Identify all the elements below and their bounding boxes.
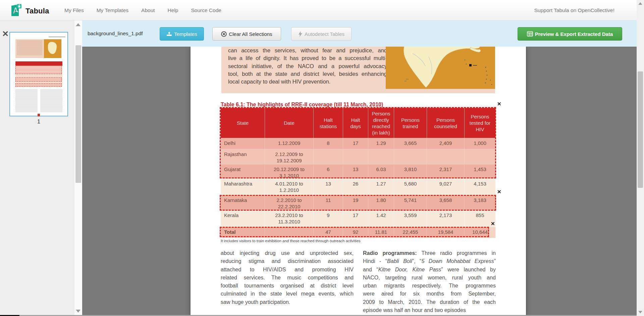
paragraph-line: about injecting drug use and unprotected… xyxy=(221,250,354,258)
table-cell: 26 xyxy=(343,179,368,195)
table-cell: 17 xyxy=(343,210,368,227)
paragraph-line: football tournaments organised at distri… xyxy=(221,283,354,291)
table-footnote: It includes visitors to train exhibition… xyxy=(221,239,361,243)
intro-line: sectoral initiative, of the NACO and a p… xyxy=(228,63,387,71)
remove-selection-3-icon[interactable]: ✕ xyxy=(491,221,495,226)
paragraph-line: saw huge youth participation. xyxy=(221,299,354,307)
selection-region-3[interactable] xyxy=(220,227,489,237)
table-cell: 9,027 xyxy=(427,179,465,195)
sidebar-scrollbar[interactable] xyxy=(74,20,82,316)
table-cell: 1.27 xyxy=(368,179,394,195)
table-cell: 1.42 xyxy=(368,210,394,227)
sidebar-scrollbar-thumb[interactable] xyxy=(75,45,81,183)
preview-export-button[interactable]: Preview & Export Extracted Data xyxy=(518,27,622,41)
thumb-selection-3 xyxy=(15,84,62,87)
nav-item-my-templates[interactable]: My Templates xyxy=(97,7,128,13)
scroll-down-arrow-icon[interactable] xyxy=(76,310,80,313)
nav-item-source-code[interactable]: Source Code xyxy=(191,7,221,13)
scroll-up-arrow-icon[interactable] xyxy=(76,23,80,26)
paragraph-line: and “Kitne Door, Kitne Pass” were launch… xyxy=(363,267,496,275)
table-row: Kerala23.2.2010 to 11.3.20109171.423,559… xyxy=(221,210,496,227)
table-cell: 4,153 xyxy=(465,179,496,195)
page-thumbnail-sidebar: ✕ 1 xyxy=(0,20,74,316)
tabula-logo-icon xyxy=(9,3,22,19)
support-opencollective-link[interactable]: Support Tabula on OpenCollective! xyxy=(534,0,614,20)
scrollbar-thumb[interactable] xyxy=(638,71,643,188)
table-cell: 3,559 xyxy=(394,210,427,227)
table-row: Maharashtra4.01.2010 to 1.2.201013261.27… xyxy=(221,179,496,195)
selection-region-2[interactable] xyxy=(220,195,496,211)
selection-region-1[interactable] xyxy=(220,107,496,178)
paragraph-line: episode was half an hour and two episode… xyxy=(363,307,496,315)
paragraph-line: NACO, targeting rural women, rural youth… xyxy=(363,275,496,283)
templates-button[interactable]: Templates xyxy=(160,27,204,41)
remove-selection-1-icon[interactable]: ✕ xyxy=(497,101,501,106)
open-file-name: background_lines_1.pdf xyxy=(88,20,143,47)
table-cell: 4.01.2010 to 1.2.2010 xyxy=(265,179,314,195)
paragraph-line: related services. The music competitions… xyxy=(221,275,354,283)
thumb-india-map xyxy=(44,39,61,58)
thumb-text-column-left xyxy=(15,90,38,112)
browser-vertical-scrollbar[interactable] xyxy=(637,0,644,316)
autodetect-tables-button: Autodetect Tables xyxy=(291,27,352,41)
intro-line: live a life of dignity. It has proved to… xyxy=(228,55,387,63)
toolbar: background_lines_1.pdf Templates Clear A… xyxy=(82,20,637,47)
right-text-column: Radio programmes: Three radio programmes… xyxy=(363,250,496,315)
intro-text-block: can access the services, without fear an… xyxy=(221,47,495,93)
table-cell: 23.2.2010 to 11.3.2010 xyxy=(265,210,314,227)
thumb-header-line xyxy=(49,37,65,37)
paragraph-line: 2009 to March, 2010. The duration of the… xyxy=(363,299,496,307)
thumb-table xyxy=(15,61,62,87)
table-cell: 13 xyxy=(314,179,343,195)
intro-line: tool, both at the state and district lev… xyxy=(228,71,387,78)
paragraph-line: Radio programmes: Three radio programmes… xyxy=(363,250,496,258)
nav-item-my-files[interactable]: My Files xyxy=(64,7,84,13)
paragraph-line: attached to HIV/AIDS and promoting HIV xyxy=(221,267,354,275)
paragraph-line: reducing stigma and discrimination assoc… xyxy=(221,258,354,266)
remove-page-icon[interactable]: ✕ xyxy=(2,30,9,38)
paragraph-line: were aired for six months from September… xyxy=(363,291,496,299)
paragraph-line: culminated in the state level mega event… xyxy=(221,291,354,299)
page-1-thumbnail[interactable] xyxy=(9,32,68,116)
remove-selection-2-icon[interactable]: ✕ xyxy=(497,189,501,194)
clear-circle-x-icon xyxy=(221,31,227,37)
thumb-selection-2 xyxy=(15,77,62,82)
nav-item-help[interactable]: Help xyxy=(168,7,178,13)
clear-all-selections-button[interactable]: Clear All Selections xyxy=(212,27,281,41)
scroll-up-arrow-icon[interactable] xyxy=(638,2,642,5)
india-map-image xyxy=(386,47,495,89)
intro-line: can access the services, without fear an… xyxy=(228,47,387,55)
top-navbar: Tabula My Files My Templates About Help … xyxy=(0,0,644,20)
thumb-intro-block xyxy=(15,39,44,58)
paragraph-line: Hindi - “Babli Boli”, “5 Down Mohabbat E… xyxy=(363,258,496,266)
left-text-column: about injecting drug use and unprotected… xyxy=(221,250,354,307)
table-cell: 5,680 xyxy=(394,179,427,195)
thumb-selection-1 xyxy=(15,61,62,74)
intro-line: local capacity to deal with HIV preventi… xyxy=(228,78,387,86)
nav-item-about[interactable]: About xyxy=(141,7,155,13)
table-cell: 9 xyxy=(314,210,343,227)
intro-paragraph: can access the services, without fear an… xyxy=(228,47,387,86)
export-table-icon xyxy=(527,31,533,37)
lightning-bolt-icon xyxy=(298,31,303,37)
brand-name: Tabula xyxy=(25,7,49,15)
table-cell: Maharashtra xyxy=(221,179,265,195)
templates-icon xyxy=(166,31,172,37)
thumb-page-ornament xyxy=(38,114,40,116)
thumbnail-page-number: 1 xyxy=(9,118,68,125)
nav-links: My Files My Templates About Help Source … xyxy=(64,0,221,20)
table-cell: 2,173 xyxy=(427,210,465,227)
table-cell: Kerala xyxy=(221,210,265,227)
paragraph-line: urban migrants respectively. The program… xyxy=(363,283,496,291)
pdf-viewer-canvas[interactable]: can access the services, without fear an… xyxy=(82,47,637,316)
pdf-page[interactable]: can access the services, without fear an… xyxy=(191,47,526,316)
thumb-text-column-right xyxy=(40,90,62,112)
brand[interactable]: Tabula xyxy=(9,3,49,19)
scroll-down-arrow-icon[interactable] xyxy=(638,311,642,314)
